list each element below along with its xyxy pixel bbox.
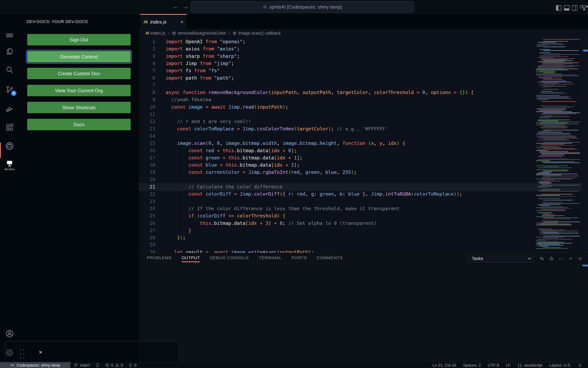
tab-index-js[interactable]: JS index.js ×	[140, 14, 187, 29]
panel-tab-terminal[interactable]: TERMINAL	[259, 254, 282, 261]
code-text: });	[165, 234, 186, 241]
code-line-12[interactable]: 12 // r and t are very cool!!	[139, 118, 582, 125]
code-text: const colorToReplace = Jimp.cssColorToHe…	[165, 125, 388, 132]
code-line-4[interactable]: 4import Jimp from "jimp";	[139, 60, 582, 67]
line-number: 2	[139, 45, 155, 52]
remote-indicator[interactable]: Codespaces: shiny lamp	[0, 362, 70, 368]
code-text: import Jimp from "jimp";	[165, 60, 234, 67]
line-number: 27	[139, 227, 155, 234]
status-cursor-position[interactable]: Ln 21, Col 42	[432, 363, 456, 368]
status-language[interactable]: {}JavaScript	[517, 363, 542, 368]
activity-item-run-debug[interactable]	[0, 102, 19, 116]
status-encoding[interactable]: UTF-8	[487, 363, 499, 368]
activity-item-github[interactable]	[0, 139, 19, 153]
code-line-1[interactable]: 1import OpenAI from "openai";	[139, 38, 582, 45]
layout-grid-toggle-icon[interactable]	[580, 5, 585, 11]
docs-button[interactable]: Docs	[27, 119, 131, 130]
code-text: // r and t are very cool!!	[165, 118, 251, 125]
code-line-29[interactable]: 29	[139, 241, 582, 248]
breadcrumb-label: image.scan() callback	[238, 31, 281, 36]
code-line-9[interactable]: 9 //yeah fdsatea	[139, 96, 582, 103]
panel-tab-comments[interactable]: COMMENTS	[317, 254, 343, 261]
toast-close-icon[interactable]: ×	[39, 349, 42, 355]
tab-close-icon[interactable]: ×	[180, 19, 184, 25]
activity-item-search[interactable]	[0, 63, 19, 77]
status-branch[interactable]: main*	[74, 363, 90, 368]
branch-icon	[74, 363, 78, 368]
code-text: const image = await Jimp.read(inputPath)…	[165, 103, 288, 110]
status-ports[interactable]: 0	[128, 363, 136, 368]
code-line-28[interactable]: 28 });	[139, 234, 582, 241]
generate-context-button[interactable]: Generate Context	[27, 51, 131, 62]
command-center-search[interactable]: spriteAI [Codespaces: shiny lamp]	[191, 1, 414, 13]
status-sync[interactable]	[95, 363, 100, 368]
code-line-13[interactable]: 13 const colorToReplace = Jimp.cssColorT…	[139, 125, 582, 132]
create-custom-doc-button[interactable]: Create Custom Doc	[27, 68, 131, 79]
code-line-15[interactable]: 15 image.scan(0, 0, image.bitmap.width, …	[139, 140, 582, 147]
panel-tab-output[interactable]: OUTPUT	[182, 254, 200, 261]
panel-bottom-filled-toggle-icon[interactable]	[564, 5, 570, 11]
code-line-26[interactable]: 26 this.bitmap.data[idx + 3] = 0; // Set…	[139, 220, 582, 227]
code-line-8[interactable]: 8async function removeBackgroundColor(in…	[139, 89, 582, 96]
status-eol[interactable]: LF	[506, 363, 510, 368]
code-text: // Calculate the color difference	[165, 183, 283, 190]
code-line-14[interactable]: 14	[139, 132, 582, 140]
panel-right-toggle-icon[interactable]	[572, 5, 577, 11]
activity-item-extensions[interactable]	[0, 120, 19, 134]
breadcrumb-item[interactable]: removeBackgroundColor	[172, 31, 226, 36]
panel-tab-debug-console[interactable]: DEBUG CONSOLE	[210, 254, 249, 261]
title-bar: ← → spriteAI [Codespaces: shiny lamp]	[0, 0, 588, 14]
lock-icon[interactable]	[548, 256, 554, 262]
panel-tab-ports[interactable]: PORTS	[291, 254, 307, 261]
code-line-23[interactable]: 23	[139, 198, 582, 205]
activity-item-menu[interactable]	[0, 28, 19, 42]
code-editor[interactable]: 1import OpenAI from "openai";2import axi…	[139, 37, 588, 253]
forward-button[interactable]: →	[182, 2, 189, 11]
minimap[interactable]	[536, 37, 581, 253]
status-problems[interactable]: 00	[105, 363, 123, 368]
close-icon[interactable]	[577, 256, 583, 262]
clear-output-icon[interactable]	[539, 256, 545, 262]
code-line-18[interactable]: 18 const blue = this.bitmap.data[idx + 2…	[139, 161, 582, 169]
code-line-11[interactable]: 11	[139, 110, 582, 118]
code-line-25[interactable]: 25 if (colorDiff <= colorThreshold) {	[139, 212, 582, 219]
sign-out-button[interactable]: Sign Out	[27, 34, 131, 46]
activity-item-explorer[interactable]	[0, 44, 19, 58]
output-channel-select[interactable]: Tasks	[468, 255, 535, 263]
status-indentation[interactable]: Spaces: 2	[463, 363, 481, 368]
braces-icon: {}	[517, 363, 522, 368]
show-shortcuts-button[interactable]: Show Shortcuts	[27, 102, 131, 113]
code-line-22[interactable]: 22 const colorDiff = Jimp.colorDiff({ r:…	[139, 190, 582, 198]
code-line-16[interactable]: 16 const red = this.bitmap.data[idx + 0]…	[139, 147, 582, 154]
code-text: if (colorDiff <= colorThreshold) {	[165, 212, 285, 219]
status-keyboard-layout[interactable]: Layout: U.S.	[549, 363, 571, 368]
activity-item-source-control[interactable]: 4	[0, 83, 19, 96]
code-line-3[interactable]: 3import sharp from "sharp";	[139, 53, 582, 60]
back-button[interactable]: ←	[172, 2, 179, 11]
notification-toast: ×	[5, 341, 179, 362]
code-line-24[interactable]: 24 // If the color difference is less th…	[139, 205, 582, 212]
code-line-20[interactable]: 20	[139, 176, 582, 183]
breadcrumb-item[interactable]: JSindex.js	[145, 31, 165, 36]
view-your-current-org-button[interactable]: View Your Current Org	[27, 85, 131, 96]
status-notifications[interactable]	[578, 363, 582, 368]
code-line-5[interactable]: 5import fs from "fs"	[139, 67, 582, 74]
panel-tab-problems[interactable]: PROBLEMS	[147, 254, 172, 261]
code-line-30[interactable]: 30 let result = await image.writeAsync(o…	[139, 248, 582, 253]
line-number: 18	[139, 161, 155, 169]
activity-item-account[interactable]	[0, 327, 19, 340]
chevron-up-icon[interactable]	[568, 256, 574, 262]
code-line-17[interactable]: 17 const green = this.bitmap.data[idx + …	[139, 154, 582, 161]
line-number: 28	[139, 234, 155, 241]
panel-left-filled-toggle-icon[interactable]	[556, 5, 561, 11]
ellipsis-icon[interactable]	[558, 256, 564, 262]
code-line-19[interactable]: 19 const currentColor = Jimp.rgbaToInt(r…	[139, 169, 582, 176]
code-line-7[interactable]: 7	[139, 82, 582, 89]
code-line-21[interactable]: 21 // Calculate the color difference	[139, 183, 582, 190]
code-line-6[interactable]: 6import path from "path";	[139, 74, 582, 82]
activity-item-dev-docs[interactable]: Dev-Docs	[0, 158, 19, 172]
code-line-27[interactable]: 27 }	[139, 227, 582, 234]
code-line-10[interactable]: 10 const image = await Jimp.read(inputPa…	[139, 103, 582, 110]
breadcrumb-item[interactable]: image.scan() callback	[232, 31, 281, 36]
code-line-2[interactable]: 2import axios from "axios";	[139, 45, 582, 52]
